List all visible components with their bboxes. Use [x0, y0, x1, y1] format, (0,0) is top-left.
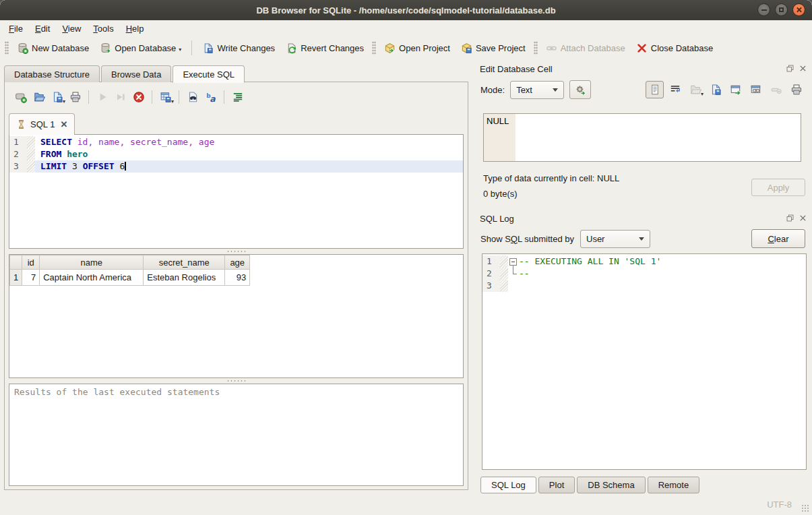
filter-value: User [586, 234, 604, 244]
float-dock-button[interactable] [786, 64, 795, 73]
close-button[interactable] [792, 3, 805, 16]
table-cell[interactable]: Esteban Rogelios [144, 270, 225, 286]
code-line[interactable]: FROM hero [35, 148, 463, 160]
dropdown-arrow-icon[interactable]: ▾ [171, 98, 174, 106]
window-title: DB Browser for SQLite - /home/user/code/… [256, 5, 555, 16]
new-database-button[interactable]: New Database [11, 40, 94, 57]
find-button[interactable] [183, 88, 201, 106]
toolbar-grip [372, 41, 376, 55]
dropdown-arrow-icon[interactable]: ▾ [63, 98, 65, 106]
sql-token [77, 161, 83, 171]
word-wrap-button[interactable] [666, 81, 684, 98]
stop-button[interactable] [129, 88, 148, 106]
toolbar-button-label: Write Changes [217, 43, 275, 53]
close-dock-button[interactable] [799, 214, 808, 223]
fold-marker-icon[interactable] [508, 268, 519, 280]
execute-line-icon [115, 91, 127, 103]
dock-tab-remote[interactable]: Remote [648, 477, 700, 493]
open-external-button[interactable] [726, 81, 745, 98]
fold-marker-icon[interactable] [508, 255, 519, 268]
save-results-button[interactable]: ▾ [156, 88, 175, 106]
menu-edit[interactable]: Edit [29, 22, 56, 36]
results-grid[interactable]: idnamesecret_nameage17Captain North Amer… [9, 254, 464, 378]
menu-tools[interactable]: Tools [87, 22, 119, 36]
maximize-button[interactable] [775, 3, 788, 16]
write-changes-button[interactable]: Write Changes [197, 40, 280, 57]
tab-browse-data[interactable]: Browse Data [101, 65, 171, 82]
text-mode-button[interactable] [646, 81, 664, 98]
code-line[interactable]: LIMIT 3 OFFSET 6 [35, 160, 463, 173]
clear-button[interactable]: Clear [751, 229, 805, 248]
save-sql-file-button[interactable]: ▾ [48, 88, 66, 106]
menu-file[interactable]: File [3, 22, 29, 36]
splitter-handle[interactable] [9, 379, 464, 383]
export-text-button[interactable] [706, 81, 724, 98]
print-button[interactable] [66, 88, 84, 106]
mode-label: Mode: [480, 85, 505, 95]
open-sql-file-button[interactable] [30, 88, 48, 106]
sql-log-view[interactable]: 1-- EXECUTING ALL IN 'SQL 1'2--3 [482, 253, 807, 470]
column-header-id[interactable]: id [22, 255, 40, 270]
close-tab-icon[interactable]: ✕ [59, 119, 67, 129]
dropdown-arrow-icon[interactable]: ▾ [179, 47, 181, 54]
new-tab-button[interactable] [11, 88, 30, 106]
execute-all-icon [96, 91, 108, 103]
sql-editor[interactable]: 1SELECT id, name, secret_name, age2FROM … [9, 134, 464, 249]
auto-switch-mode-button[interactable] [569, 80, 591, 99]
close-database-button[interactable]: Close Database [631, 40, 719, 57]
open-database-button[interactable]: Open Database▾ [94, 40, 187, 57]
column-header-age[interactable]: age [225, 255, 250, 270]
dock-tab-sql-log[interactable]: SQL Log [480, 477, 536, 493]
edit-cell-title: Edit Database Cell [480, 64, 782, 74]
new-database-icon [17, 42, 28, 54]
tab-execute-sql[interactable]: Execute SQL [173, 65, 245, 83]
table-cell[interactable]: 7 [22, 270, 40, 286]
mode-value: Text [516, 85, 532, 95]
minimize-button[interactable] [757, 3, 770, 16]
code-line[interactable]: SELECT id, name, secret_name, age [35, 136, 463, 148]
sql-editor-tab[interactable]: SQL 1 ✕ [9, 113, 75, 135]
replace-button[interactable] [201, 88, 220, 106]
table-cell[interactable]: 93 [225, 270, 250, 286]
open-project-button[interactable]: Open Project [379, 40, 456, 57]
sql-token: OFFSET [83, 161, 115, 171]
toolbar-grip [534, 41, 538, 55]
float-dock-button[interactable] [786, 214, 795, 223]
print-button[interactable] [787, 81, 805, 98]
column-header-secret-name[interactable]: secret_name [144, 255, 225, 270]
float-icon [786, 64, 794, 73]
dock-tab-label: Plot [549, 480, 564, 490]
log-text: -- EXECUTING ALL IN 'SQL 1' [519, 255, 661, 268]
revert-changes-button[interactable]: Revert Changes [280, 40, 369, 57]
save-project-button[interactable]: Save Project [456, 40, 531, 57]
mode-select[interactable]: Text [510, 81, 564, 99]
chevron-down-icon [553, 88, 558, 92]
open-database-icon [100, 42, 111, 54]
resize-grip[interactable] [801, 504, 810, 513]
filter-select[interactable]: User [580, 230, 650, 248]
dock-tab-db-schema[interactable]: DB Schema [577, 477, 645, 493]
cell-editor[interactable]: NULL [483, 113, 801, 162]
toolbar-button-label: Open Database [115, 43, 176, 53]
set-null-button [767, 81, 785, 98]
format-button[interactable] [228, 88, 247, 106]
sql-token: hero [67, 149, 88, 159]
copy-link-button[interactable] [747, 81, 765, 98]
column-header-name[interactable]: name [40, 255, 144, 270]
dock-tab-plot[interactable]: Plot [538, 477, 575, 493]
close-dock-button[interactable] [799, 64, 808, 73]
fold-column [508, 280, 519, 292]
new-tab-icon [15, 91, 27, 103]
text-cursor [125, 162, 126, 171]
tab-database-structure[interactable]: Database Structure [4, 65, 100, 82]
folding-margin [500, 255, 508, 268]
sql-tab-bar: SQL 1 ✕ [9, 113, 75, 134]
editor-line: 1SELECT id, name, secret_name, age [9, 136, 463, 148]
corner-header-cell[interactable] [10, 255, 22, 270]
toolbar-button-label: New Database [32, 43, 89, 53]
menu-view[interactable]: View [56, 22, 87, 36]
menu-help[interactable]: Help [120, 22, 150, 36]
table-cell[interactable]: Captain North America [40, 270, 144, 286]
row-header-cell[interactable]: 1 [10, 270, 22, 286]
splitter-handle[interactable] [9, 249, 464, 253]
